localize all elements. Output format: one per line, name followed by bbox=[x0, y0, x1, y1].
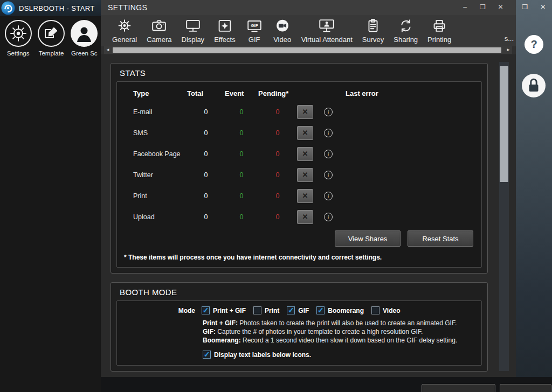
x-icon bbox=[302, 150, 308, 158]
mode-option-label: Video bbox=[383, 307, 400, 314]
checkbox-icon[interactable] bbox=[253, 306, 261, 314]
info-icon[interactable] bbox=[324, 192, 333, 200]
svg-text:GIF: GIF bbox=[251, 23, 258, 28]
reset-stats-button[interactable]: Reset Stats bbox=[408, 230, 473, 247]
content-vertical-scrollbar[interactable] bbox=[499, 62, 509, 371]
sidebar-item-settings[interactable]: Settings bbox=[2, 19, 34, 392]
column-type: Type bbox=[133, 89, 187, 97]
clear-button[interactable] bbox=[297, 126, 313, 140]
vertical-scroll-thumb[interactable] bbox=[500, 66, 508, 182]
stats-table: Type Total Event Pending* Last error E-m… bbox=[117, 82, 481, 227]
sidebar-item-green-screen[interactable]: Green Sc bbox=[68, 19, 101, 392]
maximize-button[interactable]: ❐ bbox=[519, 2, 531, 12]
bottom-partial-button[interactable] bbox=[422, 384, 495, 392]
monitor-icon bbox=[184, 17, 202, 35]
close-button[interactable]: ✕ bbox=[537, 2, 549, 12]
stat-total: 0 bbox=[187, 150, 225, 158]
scroll-right-arrow-icon[interactable]: ► bbox=[505, 46, 512, 54]
clear-button[interactable] bbox=[297, 105, 313, 119]
stat-event: 0 bbox=[225, 108, 258, 116]
stats-table-header: Type Total Event Pending* Last error bbox=[133, 85, 474, 101]
sidebar-item-template[interactable]: Template bbox=[34, 19, 67, 392]
toolbar-horizontal-scrollbar[interactable]: ◄ ► bbox=[104, 46, 512, 54]
toolbar-label: Camera bbox=[147, 36, 171, 44]
stat-type: Twitter bbox=[133, 171, 187, 179]
mode-option-label: GIF bbox=[298, 307, 309, 314]
clear-button[interactable] bbox=[297, 147, 313, 161]
info-icon[interactable] bbox=[324, 108, 333, 116]
sharing-icon bbox=[397, 17, 415, 35]
scroll-left-arrow-icon[interactable]: ◄ bbox=[104, 46, 112, 54]
close-button[interactable]: ✕ bbox=[492, 2, 509, 12]
toolbar-item-video[interactable]: Video bbox=[268, 17, 296, 46]
table-row-sms: SMS 0 0 0 bbox=[133, 122, 474, 143]
booth-mode-panel: BOOTH MODE Mode Print + GIF Print bbox=[111, 282, 488, 372]
bottom-partial-button[interactable] bbox=[500, 384, 551, 392]
booth-mode-inner-box: Mode Print + GIF Print GIF bbox=[116, 300, 482, 366]
help-button[interactable]: ? bbox=[525, 35, 543, 54]
toolbar-label: Virtual Attendant bbox=[301, 36, 353, 44]
info-icon[interactable] bbox=[324, 129, 333, 137]
toolbar-item-printing[interactable]: Printing bbox=[423, 17, 456, 46]
toolbar-item-display[interactable]: Display bbox=[177, 17, 210, 46]
checkbox-icon[interactable] bbox=[202, 306, 210, 314]
display-labels-option[interactable]: Display text labels below icons. bbox=[203, 351, 481, 359]
toolbar-item-camera[interactable]: Camera bbox=[142, 17, 176, 46]
horizontal-scroll-thumb[interactable] bbox=[113, 47, 501, 53]
x-icon bbox=[302, 108, 308, 116]
maximize-button[interactable]: ❐ bbox=[474, 2, 492, 12]
mode-option-boomerang[interactable]: Boomerang bbox=[316, 306, 364, 314]
app-logo-icon bbox=[1, 1, 15, 15]
dialog-titlebar: SETTINGS – ❐ ✕ bbox=[101, 0, 516, 15]
sidebar-item-label: Template bbox=[39, 50, 64, 57]
mode-descriptions: Print + GIF: Photos taken to create the … bbox=[203, 319, 481, 345]
view-shares-button[interactable]: View Shares bbox=[335, 230, 401, 247]
checkbox-icon[interactable] bbox=[316, 306, 325, 314]
info-icon[interactable] bbox=[324, 171, 333, 179]
clear-button[interactable] bbox=[297, 189, 313, 203]
stat-event: 0 bbox=[225, 129, 258, 137]
toolbar-label: General bbox=[112, 36, 137, 44]
gif-icon: GIF bbox=[245, 17, 264, 35]
minimize-button[interactable]: – bbox=[456, 2, 474, 12]
checkbox-icon[interactable] bbox=[203, 351, 211, 359]
stat-total: 0 bbox=[187, 129, 225, 137]
booth-mode-panel-title: BOOTH MODE bbox=[111, 283, 487, 300]
toolbar-overflow-label[interactable]: s... bbox=[505, 34, 514, 43]
toolbar-item-gif[interactable]: GIF GIF bbox=[240, 17, 268, 46]
checkbox-icon[interactable] bbox=[287, 306, 295, 314]
mode-description: Print + GIF: Photos taken to create the … bbox=[203, 319, 481, 327]
column-pending: Pending* bbox=[258, 89, 297, 97]
info-icon[interactable] bbox=[324, 213, 333, 221]
checkbox-icon[interactable] bbox=[371, 306, 380, 314]
stat-pending: 0 bbox=[258, 129, 297, 137]
mode-option-print[interactable]: Print bbox=[253, 306, 279, 314]
sidebar-item-label: Green Sc bbox=[71, 50, 98, 57]
mode-option-gif[interactable]: GIF bbox=[287, 306, 309, 314]
toolbar-item-sharing[interactable]: Sharing bbox=[389, 17, 423, 46]
person-icon bbox=[70, 19, 98, 47]
toolbar-item-general[interactable]: General bbox=[107, 17, 142, 46]
info-icon[interactable] bbox=[324, 150, 333, 158]
stat-event: 0 bbox=[225, 171, 258, 179]
stat-pending: 0 bbox=[258, 192, 297, 200]
clear-button[interactable] bbox=[297, 168, 313, 182]
toolbar-label: Video bbox=[273, 36, 291, 44]
toolbar-item-effects[interactable]: Effects bbox=[209, 17, 240, 46]
display-labels-label: Display text labels below icons. bbox=[214, 351, 311, 359]
toolbar-item-virtual-attendant[interactable]: Virtual Attendant bbox=[296, 17, 357, 46]
lock-button[interactable] bbox=[521, 73, 546, 98]
settings-toolbar: General Camera Display bbox=[101, 15, 516, 46]
table-row-print: Print 0 0 0 bbox=[133, 185, 474, 206]
toolbar-item-survey[interactable]: Survey bbox=[357, 17, 389, 46]
stat-total: 0 bbox=[187, 171, 225, 179]
stats-panel-title: STATS bbox=[111, 64, 487, 81]
settings-dialog: SETTINGS – ❐ ✕ General bbox=[101, 0, 516, 377]
mode-option-print-gif[interactable]: Print + GIF bbox=[202, 306, 246, 314]
mode-option-video[interactable]: Video bbox=[371, 306, 400, 314]
main-sidebar: Settings Template Green Sc bbox=[0, 16, 101, 392]
x-icon bbox=[302, 192, 308, 200]
stat-event: 0 bbox=[225, 192, 258, 200]
sidebar-item-label: Settings bbox=[7, 50, 30, 57]
clear-button[interactable] bbox=[297, 210, 313, 224]
